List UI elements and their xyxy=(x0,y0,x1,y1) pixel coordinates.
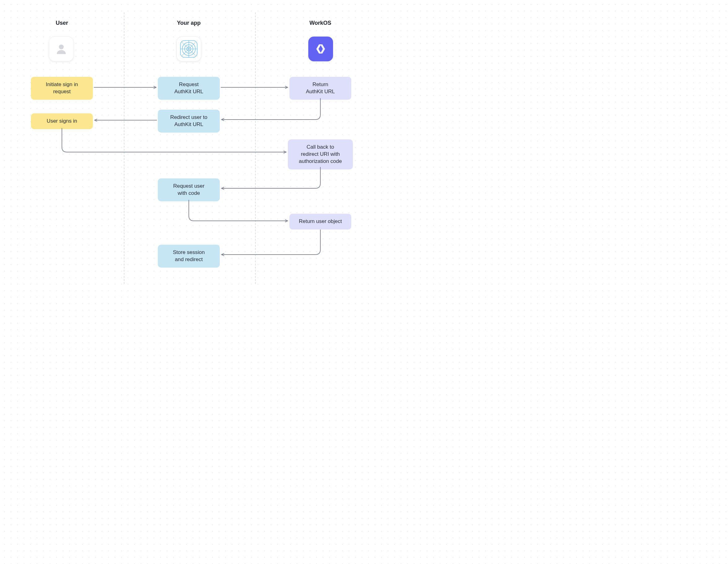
workos-logo-icon xyxy=(313,41,328,57)
arrow-callback-to-requestuser xyxy=(222,167,320,188)
box-request-auth: Request AuthKit URL xyxy=(158,77,220,100)
divider-user-app xyxy=(124,12,124,284)
box-return-auth: Return AuthKit URL xyxy=(289,77,351,100)
workos-icon-tile xyxy=(308,37,333,61)
user-icon-tile xyxy=(49,37,74,61)
box-return-obj: Return user object xyxy=(289,214,351,229)
app-icon-tile xyxy=(176,37,201,61)
box-store-session: Store session and redirect xyxy=(158,245,220,267)
box-redirect-user: Redirect user to AuthKit URL xyxy=(158,110,220,132)
box-initiate: Initiate sign in request xyxy=(31,77,93,100)
arrow-return-to-redirect xyxy=(222,98,320,119)
app-blueprint-icon xyxy=(179,39,198,59)
arrow-requestuser-to-returnobj xyxy=(189,200,288,221)
box-callback: Call back to redirect URI with authoriza… xyxy=(288,139,353,169)
column-header-app: Your app xyxy=(158,20,220,26)
box-signs-in: User signs in xyxy=(31,113,93,129)
divider-app-workos xyxy=(255,12,256,284)
arrow-returnobj-to-storesession xyxy=(222,230,320,254)
box-request-user: Request user with code xyxy=(158,178,220,201)
user-icon xyxy=(54,42,68,56)
svg-point-0 xyxy=(59,45,64,50)
column-header-user: User xyxy=(31,20,93,26)
column-header-workos: WorkOS xyxy=(289,20,351,26)
